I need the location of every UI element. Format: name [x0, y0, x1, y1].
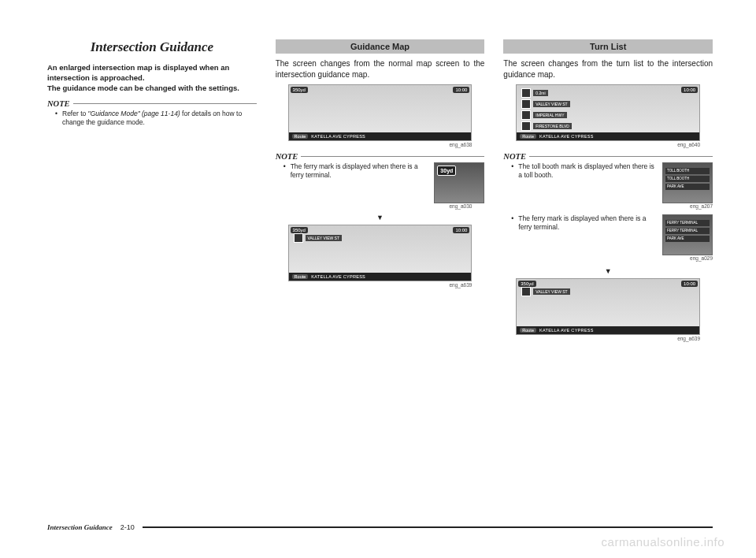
note-bullet: Refer to "Guidance Mode" (page 11-14) fo…: [55, 110, 257, 127]
street-label: KATELLA AVE CYPRESS: [539, 134, 594, 139]
col-1: Intersection Guidance An enlarged inters…: [47, 39, 257, 346]
intro-bold-2: The guidance mode can be changed with th…: [47, 84, 239, 92]
columns: Intersection Guidance An enlarged inters…: [47, 39, 713, 346]
page-footer: Intersection Guidance 2-10: [47, 523, 713, 531]
street-label: KATELLA AVE CYPRESS: [539, 328, 594, 333]
route-label: Route: [520, 134, 536, 139]
down-arrow-icon: ▼: [503, 267, 713, 275]
footer-page-number: 2-10: [120, 523, 135, 531]
turn-icon: [521, 121, 531, 131]
figure-ferry-mark: 30yd: [434, 162, 484, 203]
figure-map-intersection: 350yd 10:00 VALLEY VIEW ST Route KATELLA…: [288, 225, 472, 281]
figure-caption: eng_a640: [516, 142, 700, 147]
band-guidance-map: Guidance Map: [276, 39, 485, 54]
figure-map-normal: 350yd 10:00 Route KATELLA AVE CYPRESS: [288, 84, 472, 141]
col-2: Guidance Map The screen changes from the…: [276, 39, 485, 346]
clock-badge: 10:00: [453, 227, 469, 233]
note-body: The toll booth mark is displayed when th…: [503, 162, 713, 262]
distance-badge: 350yd: [291, 87, 308, 93]
clock-badge: 10:00: [681, 281, 698, 287]
street-label: KATELLA AVE CYPRESS: [311, 134, 365, 139]
turn-list-rows: 0.2mi VALLEY VIEW ST IMPERIAL HWY FIREST…: [521, 88, 572, 131]
figure-map-intersection: 350yd 10:00 VALLEY VIEW ST Route KATELLA…: [516, 278, 700, 335]
turn-icon: [294, 233, 303, 243]
turn-icon: [521, 88, 531, 98]
figure-ferry-terminal-mark: FERRY TERMINAL FERRY TERMINAL PARK AVE: [662, 214, 713, 255]
mini-turn-list: FERRY TERMINAL FERRY TERMINAL PARK AVE: [665, 220, 710, 242]
figure-toll-booth-mark: TOLL BOOTH TOLL BOOTH PARK AVE: [662, 162, 713, 203]
col2-text: The screen changes from the normal map s…: [276, 58, 485, 80]
col3-text: The screen changes from the turn list to…: [503, 58, 713, 80]
figure-caption: eng_a030: [288, 203, 472, 209]
street-label: KATELLA AVE CYPRESS: [311, 274, 365, 279]
footer-rule: [143, 526, 713, 528]
note-bullet: The toll booth mark is displayed when th…: [511, 162, 658, 180]
route-label: Route: [292, 134, 309, 139]
map-bottom-bar: Route KATELLA AVE CYPRESS: [517, 326, 699, 334]
down-arrow-icon: ▼: [276, 214, 485, 221]
mini-turn-list: TOLL BOOTH TOLL BOOTH PARK AVE: [665, 168, 710, 190]
note-header: NOTE: [47, 99, 257, 108]
turn-icon: [521, 99, 531, 109]
distance-badge: 30yd: [437, 166, 456, 176]
note-bullet: The ferry mark is displayed when there i…: [511, 214, 658, 232]
col-3: Turn List The screen changes from the tu…: [503, 39, 713, 346]
figure-caption: eng_a639: [288, 282, 472, 288]
intro-text: An enlarged intersection map is displaye…: [47, 63, 257, 93]
figure-caption: eng_a638: [288, 142, 472, 147]
map-bottom-bar: Route KATELLA AVE CYPRESS: [289, 273, 472, 281]
figure-caption: eng_a639: [516, 336, 700, 341]
watermark: carmanualsonline.info: [602, 535, 724, 549]
page-title: Intersection Guidance: [47, 39, 257, 55]
route-label: Route: [520, 328, 536, 333]
turn-icon: [521, 110, 531, 120]
map-bottom-bar: Route KATELLA AVE CYPRESS: [289, 132, 472, 140]
note-header: NOTE: [276, 152, 485, 161]
figure-caption: eng_a029: [503, 255, 713, 262]
distance-badge: 350yd: [291, 227, 308, 233]
note-bullet: The ferry mark is displayed when there i…: [284, 162, 430, 180]
upcoming-street: VALLEY VIEW ST: [294, 233, 342, 243]
figure-caption: eng_a207: [503, 203, 713, 210]
upcoming-street: VALLEY VIEW ST: [521, 287, 569, 296]
note-header: NOTE: [503, 152, 713, 161]
distance-badge: 350yd: [518, 281, 536, 287]
note-body: The ferry mark is displayed when there i…: [276, 162, 485, 203]
band-turn-list: Turn List: [503, 39, 713, 54]
clock-badge: 10:00: [681, 87, 698, 93]
map-bottom-bar: Route KATELLA AVE CYPRESS: [517, 132, 699, 140]
manual-page: Intersection Guidance An enlarged inters…: [0, 0, 756, 558]
note-body: Refer to "Guidance Mode" (page 11-14) fo…: [47, 110, 257, 127]
turn-icon: [521, 287, 531, 296]
intro-bold-1: An enlarged intersection map is displaye…: [47, 63, 229, 82]
figure-turn-list: 10:00 0.2mi VALLEY VIEW ST IMPERIAL HWY …: [516, 84, 700, 141]
route-label: Route: [292, 274, 309, 279]
clock-badge: 10:00: [453, 87, 469, 93]
footer-title: Intersection Guidance: [47, 523, 113, 531]
